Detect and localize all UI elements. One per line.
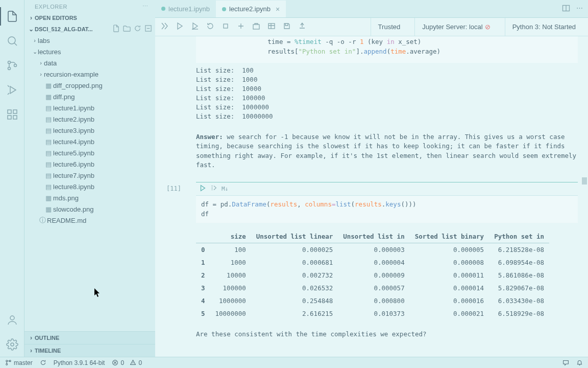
run-below-icon[interactable] bbox=[191, 22, 199, 32]
bell-icon[interactable] bbox=[576, 359, 583, 366]
svg-rect-4 bbox=[8, 110, 11, 113]
notebook-toolbar: Trusted Jupyter Server: local ⊘ Python 3… bbox=[155, 18, 588, 36]
cell-code[interactable]: df = pd.DataFrame(results, columns=list(… bbox=[196, 195, 578, 223]
kernel-status[interactable]: Python 3: Not Started bbox=[505, 18, 583, 36]
svg-rect-12 bbox=[224, 24, 228, 28]
code-cell-11[interactable]: [11] M↓ df = pd.DataFrame(results, colum… bbox=[196, 182, 578, 223]
markdown-toggle[interactable]: M↓ bbox=[222, 186, 228, 192]
sidebar-title: EXPLORER ⋯ bbox=[24, 0, 155, 13]
sync-icon[interactable] bbox=[40, 359, 46, 366]
close-icon[interactable]: × bbox=[276, 5, 280, 13]
file-tree: ›labs ⌄lectures ›data ›recursion-example… bbox=[24, 35, 155, 331]
cell-output: List size: 100 List size: 1000 List size… bbox=[170, 63, 578, 125]
python-version[interactable]: Python 3.9.1 64-bit bbox=[54, 359, 105, 366]
file-lecture8[interactable]: ▤lecture8.ipynb bbox=[24, 181, 155, 192]
refresh-icon[interactable] bbox=[134, 25, 141, 33]
folder-lectures[interactable]: ⌄lectures bbox=[24, 46, 155, 57]
server-indicator-icon: ⊘ bbox=[485, 18, 491, 36]
add-cell-icon[interactable] bbox=[237, 22, 245, 32]
new-folder-icon[interactable] bbox=[123, 25, 131, 33]
answer-markdown: Answer: we search for -1 because we know… bbox=[170, 124, 578, 178]
split-icon[interactable] bbox=[562, 4, 570, 14]
dataframe-output: sizeUnsorted list linearUnsorted list in… bbox=[196, 230, 549, 320]
open-editors-section[interactable]: ›OPEN EDITORS bbox=[24, 13, 155, 23]
trusted-status[interactable]: Trusted bbox=[371, 18, 408, 36]
timeline-section[interactable]: ›TIMELINE bbox=[24, 344, 155, 357]
image-icon: ▦ bbox=[44, 194, 53, 202]
image-icon: ▦ bbox=[44, 205, 53, 213]
new-file-icon[interactable] bbox=[112, 25, 120, 33]
table-row: 01000.0000250.0000030.0000056.218528e-08 bbox=[196, 243, 549, 257]
svg-point-8 bbox=[10, 316, 14, 320]
more-icon[interactable]: ⋯ bbox=[142, 3, 149, 10]
status-bar: master Python 3.9.1 64-bit 0 0 bbox=[0, 357, 588, 368]
folder-data[interactable]: ›data bbox=[24, 57, 155, 68]
table-row: 110000.0006810.0000040.0000086.098954e-0… bbox=[196, 256, 549, 269]
tab-lecture1[interactable]: lecture1.ipynb bbox=[155, 0, 216, 17]
svg-rect-5 bbox=[13, 110, 17, 113]
account-icon[interactable] bbox=[6, 314, 18, 326]
search-icon[interactable] bbox=[6, 35, 18, 47]
run-cell-icon[interactable] bbox=[176, 22, 184, 32]
folder-labs[interactable]: ›labs bbox=[24, 35, 155, 46]
variables-icon[interactable] bbox=[267, 22, 276, 32]
feedback-icon[interactable] bbox=[562, 359, 569, 366]
collapse-icon[interactable] bbox=[144, 25, 152, 33]
info-icon: ⓘ bbox=[38, 216, 47, 225]
cell-toolbar: M↓ bbox=[196, 182, 578, 195]
settings-icon[interactable] bbox=[6, 338, 18, 351]
notebook-icon: ▤ bbox=[44, 116, 53, 123]
file-lecture3[interactable]: ▤lecture3.ipynb bbox=[24, 125, 155, 136]
svg-point-16 bbox=[6, 363, 8, 365]
run-line-icon[interactable] bbox=[210, 185, 217, 193]
notebook-dot-icon bbox=[161, 7, 165, 11]
restart-icon[interactable] bbox=[206, 22, 214, 32]
svg-point-15 bbox=[6, 360, 8, 362]
save-icon[interactable] bbox=[283, 22, 291, 32]
svg-rect-14 bbox=[268, 24, 275, 29]
run-all-icon[interactable] bbox=[160, 22, 168, 32]
notebook-body[interactable]: time = %timeit -q -o -r 1 (key in x_set)… bbox=[155, 36, 588, 357]
problems[interactable]: 0 0 bbox=[112, 359, 142, 366]
folder-recursion[interactable]: ›recursion-example bbox=[24, 68, 155, 80]
git-branch[interactable]: master bbox=[5, 359, 33, 366]
file-mds[interactable]: ▦mds.png bbox=[24, 192, 155, 203]
svg-point-1 bbox=[8, 61, 10, 64]
activity-bar bbox=[0, 0, 24, 357]
file-lecture2[interactable]: ▤lecture2.ipynb bbox=[24, 113, 155, 125]
svg-point-3 bbox=[14, 64, 16, 67]
cell-prompt: [11] bbox=[166, 185, 181, 192]
question-markdown: Are these consistent with the time compl… bbox=[170, 320, 578, 338]
file-lecture1[interactable]: ▤lecture1.ipynb bbox=[24, 102, 155, 113]
file-lecture5[interactable]: ▤lecture5.ipynb bbox=[24, 147, 155, 158]
jupyter-server-status[interactable]: Jupyter Server: local ⊘ bbox=[414, 18, 498, 36]
tab-lecture2[interactable]: lecture2.ipynb× bbox=[216, 0, 286, 17]
notebook-dot-icon bbox=[222, 7, 226, 11]
source-control-icon[interactable] bbox=[6, 59, 18, 72]
svg-rect-7 bbox=[13, 116, 17, 119]
extensions-icon[interactable] bbox=[6, 108, 18, 121]
file-diff[interactable]: ▦diff.png bbox=[24, 91, 155, 102]
explorer-sidebar: EXPLORER ⋯ ›OPEN EDITORS ⌄DSCI_512_ALG-D… bbox=[24, 0, 155, 357]
notebook-icon: ▤ bbox=[44, 160, 53, 168]
file-readme[interactable]: ⓘREADME.md bbox=[24, 215, 155, 226]
svg-rect-13 bbox=[253, 25, 259, 29]
clear-icon[interactable] bbox=[252, 22, 260, 32]
file-slowcode[interactable]: ▦slowcode.png bbox=[24, 203, 155, 215]
editor-area: lecture1.ipynb lecture2.ipynb× ⋯ Trusted… bbox=[155, 0, 588, 357]
project-section[interactable]: ⌄DSCI_512_ALG-DAT... bbox=[24, 23, 155, 35]
file-lecture4[interactable]: ▤lecture4.ipynb bbox=[24, 136, 155, 147]
outline-section[interactable]: ›OUTLINE bbox=[24, 331, 155, 344]
file-diff-cropped[interactable]: ▦diff_cropped.png bbox=[24, 80, 155, 91]
more-icon[interactable]: ⋯ bbox=[576, 4, 583, 14]
interrupt-icon[interactable] bbox=[222, 22, 230, 32]
file-lecture6[interactable]: ▤lecture6.ipynb bbox=[24, 158, 155, 170]
notebook-icon: ▤ bbox=[44, 172, 53, 179]
export-icon[interactable] bbox=[298, 22, 306, 32]
file-lecture7[interactable]: ▤lecture7.ipynb bbox=[24, 170, 155, 181]
explorer-icon[interactable] bbox=[6, 10, 18, 22]
debug-icon[interactable] bbox=[6, 84, 18, 96]
run-icon[interactable] bbox=[199, 185, 206, 193]
table-row: 2100000.0027320.0000090.0000115.861086e-… bbox=[196, 269, 549, 282]
tab-row: lecture1.ipynb lecture2.ipynb× ⋯ bbox=[155, 0, 588, 18]
